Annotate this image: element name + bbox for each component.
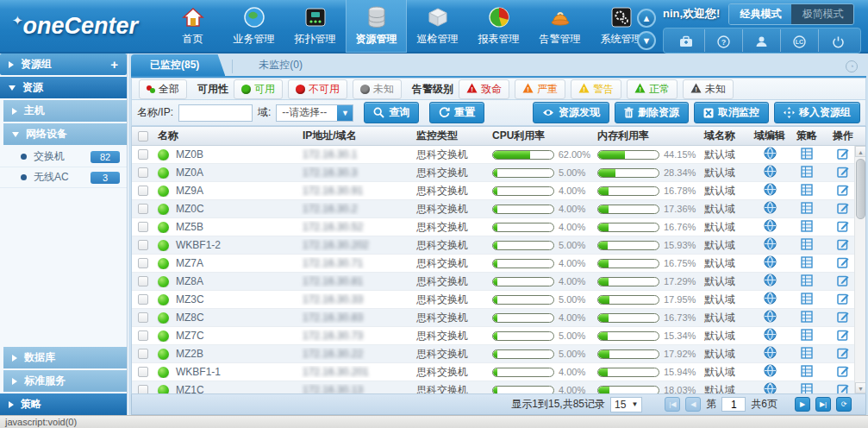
filter-warning-chip[interactable]: ! 警告 <box>571 79 621 99</box>
edit-icon[interactable] <box>837 238 849 253</box>
resource-name[interactable]: MZ9A <box>176 185 203 197</box>
col-ip[interactable]: IP地址/域名 <box>299 129 413 143</box>
policy-grid-icon[interactable] <box>801 365 813 380</box>
row-checkbox[interactable] <box>138 204 148 214</box>
policy-grid-icon[interactable] <box>801 293 813 307</box>
last-page-button[interactable]: ▶| <box>815 397 831 412</box>
edit-icon[interactable] <box>837 329 849 343</box>
domain-edit-globe-icon[interactable] <box>764 292 777 307</box>
filter-fatal-chip[interactable]: ! 致命 <box>459 79 509 99</box>
edit-icon[interactable] <box>837 383 849 394</box>
collapse-down-button[interactable]: ▼ <box>637 31 656 50</box>
col-operation[interactable]: 操作 <box>825 129 861 143</box>
nav-item-report[interactable]: 报表管理 <box>468 0 529 53</box>
collapse-panel-icon[interactable]: ◔ <box>846 60 858 72</box>
row-checkbox[interactable] <box>138 258 148 268</box>
collapse-up-button[interactable]: ▲ <box>637 9 656 28</box>
nav-item-topology[interactable]: 拓扑管理 <box>284 0 346 53</box>
first-page-button[interactable]: |◀ <box>665 397 680 412</box>
delete-resource-button[interactable]: 删除资源 <box>615 102 689 123</box>
resource-name[interactable]: MZ0B <box>176 148 203 160</box>
domain-edit-globe-icon[interactable] <box>764 165 777 180</box>
col-domain[interactable]: 域名称 <box>701 129 751 143</box>
page-number-input[interactable] <box>721 397 746 412</box>
resource-name[interactable]: MZ0A <box>176 167 203 179</box>
sidebar-item-wireless-ac[interactable]: 无线AC 3 <box>0 167 127 188</box>
edit-icon[interactable] <box>837 220 849 235</box>
edit-icon[interactable] <box>837 148 849 162</box>
row-checkbox[interactable] <box>138 385 148 393</box>
nav-item-inspection[interactable]: 巡检管理 <box>407 0 468 53</box>
nav-item-home[interactable]: 首页 <box>162 0 223 53</box>
sidebar-item-standard-service[interactable]: 标准服务 <box>3 370 127 392</box>
col-type[interactable]: 监控类型 <box>413 129 489 143</box>
edit-icon[interactable] <box>837 274 849 289</box>
reset-button[interactable]: 重置 <box>429 102 484 123</box>
edit-icon[interactable] <box>837 293 849 307</box>
edit-icon[interactable] <box>837 347 849 362</box>
policy-grid-icon[interactable] <box>801 347 813 362</box>
domain-edit-globe-icon[interactable] <box>764 183 777 198</box>
sidebar-item-host[interactable]: 主机 <box>3 100 127 122</box>
select-all-checkbox[interactable] <box>138 131 148 142</box>
col-cpu[interactable]: CPU利用率 <box>489 129 594 143</box>
row-checkbox[interactable] <box>138 312 148 323</box>
user-icon[interactable] <box>743 29 781 52</box>
resource-name[interactable]: WKBF1-2 <box>176 239 221 251</box>
resource-name[interactable]: WKBF1-1 <box>176 366 221 378</box>
col-domain-edit[interactable]: 域编辑 <box>751 129 789 143</box>
sidebar-item-resource-group[interactable]: 资源组 + <box>0 54 127 75</box>
policy-grid-icon[interactable] <box>801 383 813 394</box>
row-checkbox[interactable] <box>138 186 148 196</box>
domain-edit-globe-icon[interactable] <box>764 382 777 393</box>
resource-name[interactable]: MZ1C <box>176 384 204 393</box>
edit-icon[interactable] <box>837 184 849 198</box>
scroll-down-icon[interactable]: ▼ <box>855 382 866 393</box>
row-checkbox[interactable] <box>138 276 148 286</box>
col-name[interactable]: 名称 <box>154 129 299 143</box>
sidebar-item-database[interactable]: 数据库 <box>3 347 127 368</box>
nav-item-resource[interactable]: 资源管理 <box>346 0 407 53</box>
page-size-select[interactable]: 15 ▼ <box>610 397 642 412</box>
policy-grid-icon[interactable] <box>801 166 813 180</box>
tab-monitored[interactable]: 已监控(85) <box>131 54 225 76</box>
row-checkbox[interactable] <box>138 149 148 160</box>
filter-available-chip[interactable]: 可用 <box>234 79 283 99</box>
power-icon[interactable] <box>819 29 857 52</box>
edit-icon[interactable] <box>837 365 849 380</box>
resource-name[interactable]: MZ2B <box>176 348 203 360</box>
domain-edit-globe-icon[interactable] <box>764 147 777 162</box>
col-mem[interactable]: 内存利用率 <box>594 129 701 143</box>
resource-name[interactable]: MZ7C <box>176 330 204 342</box>
domain-edit-globe-icon[interactable] <box>764 310 777 325</box>
edit-icon[interactable] <box>837 166 849 180</box>
domain-edit-globe-icon[interactable] <box>764 346 777 362</box>
filter-unknown-chip[interactable]: 未知 <box>353 79 402 99</box>
row-checkbox[interactable] <box>138 349 148 359</box>
policy-grid-icon[interactable] <box>801 202 813 217</box>
resource-name[interactable]: MZ8A <box>176 275 203 287</box>
row-checkbox[interactable] <box>138 167 148 178</box>
refresh-icon[interactable]: ⟳ <box>836 397 852 412</box>
row-checkbox[interactable] <box>138 222 148 232</box>
domain-select[interactable]: --请选择-- ▼ <box>276 104 353 122</box>
col-policy[interactable]: 策略 <box>789 129 825 143</box>
policy-grid-icon[interactable] <box>801 148 813 162</box>
row-checkbox[interactable] <box>138 240 148 250</box>
policy-grid-icon[interactable] <box>801 220 813 235</box>
row-checkbox[interactable] <box>138 367 148 377</box>
nav-item-business[interactable]: 业务管理 <box>223 0 284 53</box>
edit-icon[interactable] <box>837 311 849 325</box>
filter-severe-chip[interactable]: ! 严重 <box>515 79 565 99</box>
cancel-monitor-button[interactable]: 取消监控 <box>694 102 769 123</box>
policy-grid-icon[interactable] <box>801 329 813 343</box>
domain-edit-globe-icon[interactable] <box>764 274 777 289</box>
tab-unmonitored[interactable]: 未监控(0) <box>240 54 322 76</box>
domain-edit-globe-icon[interactable] <box>764 237 777 253</box>
filter-unknown-alarm-chip[interactable]: ! 未知 <box>683 79 734 99</box>
scrollbar-thumb[interactable] <box>856 159 865 219</box>
domain-edit-globe-icon[interactable] <box>764 328 777 343</box>
domain-edit-globe-icon[interactable] <box>764 201 777 217</box>
sidebar-item-switch[interactable]: 交换机 82 <box>0 147 127 167</box>
prev-page-button[interactable]: ◀ <box>685 397 701 412</box>
